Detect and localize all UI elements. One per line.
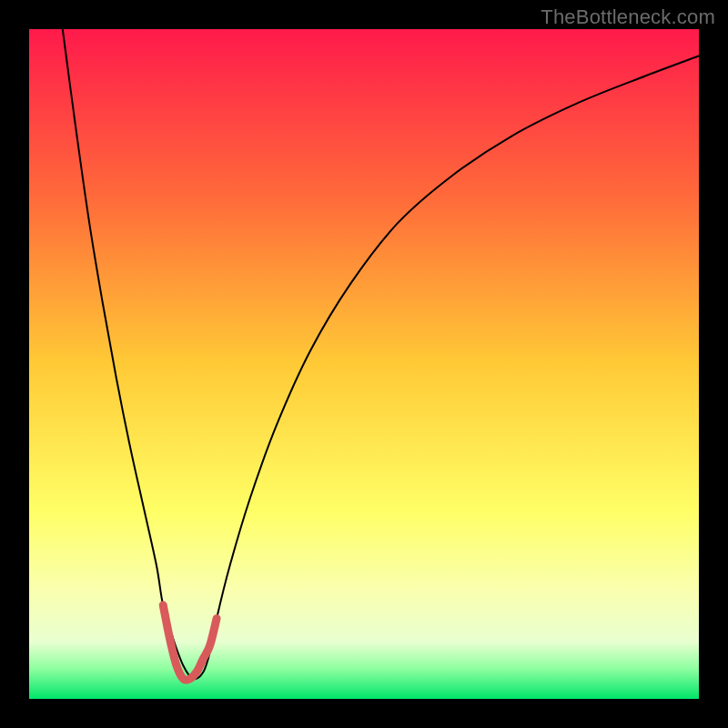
watermark-text: TheBottleneck.com [541, 5, 715, 29]
chart-frame: TheBottleneck.com [0, 0, 728, 728]
plot-background [29, 29, 699, 699]
plot-svg [29, 29, 699, 699]
plot-area [29, 29, 699, 699]
